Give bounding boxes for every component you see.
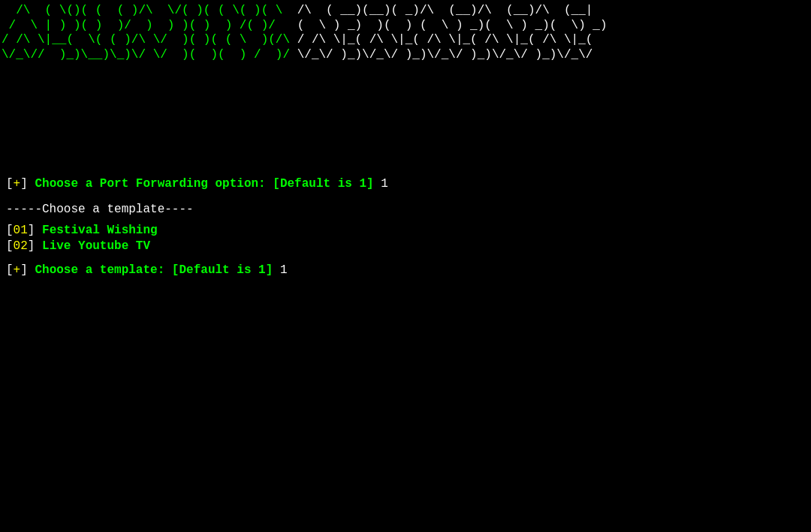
ascii-final-overlay: /\ ( \()( ( ( )/\ \/( )( ( \( )( \ /\ ( …: [0, 0, 811, 173]
template-prompt-line: [+] Choose a template: [Default is 1] 1: [6, 263, 803, 277]
tunnel-prompt-line: [+] Choose a Port Forwarding option: [De…: [6, 177, 803, 191]
ascii-final: /\ ( \()( ( ( )/\ \/( )( ( \( )( \ /\ ( …: [2, 4, 809, 62]
youtube-option: [02] Live Youtube TV: [6, 239, 803, 253]
festival-option: [01] Festival Wishing: [6, 224, 803, 237]
template-header: -----Choose a template----: [6, 203, 803, 216]
final-terminal: /\ ( \()( ( ( )\ \/ /\ ()( \( )( \( ) /\…: [0, 0, 811, 532]
